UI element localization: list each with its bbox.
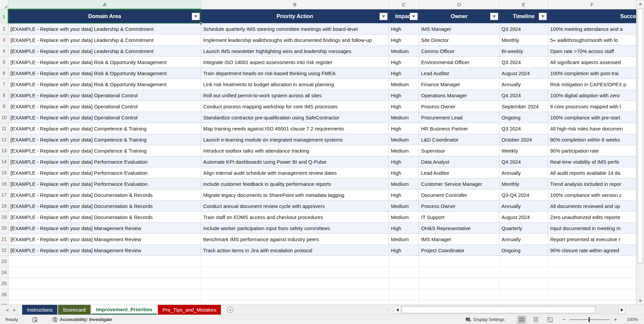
cell-F12[interactable]: 80% completion within 6 weeks	[548, 134, 636, 145]
cell-E8[interactable]: Q4 2024	[500, 90, 548, 101]
cell-F7[interactable]: Risk mitigation in CAPEX/OPEX p	[548, 79, 636, 90]
cell-C2[interactable]: High	[389, 23, 419, 35]
column-letter-B[interactable]: B	[201, 0, 389, 9]
row-number-8[interactable]: 8	[0, 90, 8, 101]
cell-D10[interactable]: Procurement Lead	[419, 112, 500, 123]
page-layout-view-button[interactable]	[531, 315, 541, 324]
cell-C17[interactable]: High	[389, 190, 419, 201]
row-number-18[interactable]: 18	[0, 201, 8, 212]
cell-F20[interactable]: Input documented in meeting m	[548, 223, 636, 234]
cell-C25[interactable]	[389, 278, 419, 289]
cell-A21[interactable]: [EXAMPLE - Replace with your data] Manag…	[8, 234, 201, 245]
cell-B8[interactable]: Roll out unified permit-to-work system a…	[201, 90, 389, 101]
cell-D23[interactable]	[419, 256, 500, 267]
cell-C5[interactable]: High	[389, 57, 419, 68]
cell-A12[interactable]: [EXAMPLE - Replace with your data] Compe…	[8, 134, 201, 145]
row-number-7[interactable]: 7	[0, 79, 8, 90]
cell-A24[interactable]	[8, 267, 201, 278]
cell-D19[interactable]: IT Support	[419, 212, 500, 223]
cell-A10[interactable]: [EXAMPLE - Replace with your data] Opera…	[8, 112, 201, 123]
cell-F23[interactable]	[548, 256, 636, 267]
cell-B11[interactable]: Map training needs against ISO 45001 cla…	[201, 123, 389, 134]
cell-B13[interactable]: Introduce toolbox talks with attendance …	[201, 145, 389, 156]
cell-C24[interactable]	[389, 267, 419, 278]
cell-E2[interactable]: Q3 2024	[500, 23, 548, 35]
cell-B21[interactable]: Benchmark IMS performance against indust…	[201, 234, 389, 245]
cell-C7[interactable]: Medium	[389, 79, 419, 90]
cell-B2[interactable]: Schedule quarterly IMS steering committe…	[201, 23, 389, 35]
cell-E22[interactable]: Ongoing	[500, 245, 548, 256]
cell-B3[interactable]: Implement leadership walkthroughs with d…	[201, 35, 389, 46]
cell-A15[interactable]: [EXAMPLE - Replace with your data] Perfo…	[8, 167, 201, 178]
row-number-25[interactable]: 25	[0, 278, 8, 289]
cell-C20[interactable]: High	[389, 223, 419, 234]
cell-D6[interactable]: Lead Auditor	[419, 68, 500, 79]
scroll-right-button[interactable]	[618, 306, 626, 314]
filter-button-D[interactable]	[490, 13, 498, 20]
cell-C15[interactable]: High	[389, 167, 419, 178]
cell-E10[interactable]: Ongoing	[500, 112, 548, 123]
cell-C22[interactable]: High	[389, 245, 419, 256]
cell-D14[interactable]: Data Analyst	[419, 156, 500, 167]
cell-B20[interactable]: Include worker participation input from …	[201, 223, 389, 234]
cell-F5[interactable]: All significant aspects assessed	[548, 57, 636, 68]
cell-A8[interactable]: [EXAMPLE - Replace with your data] Opera…	[8, 90, 201, 101]
cell-B19[interactable]: Train staff on EDMS access and checkout …	[201, 212, 389, 223]
cell-E26[interactable]	[500, 289, 548, 300]
cell-F8[interactable]: 100% digital adoption with zero	[548, 90, 636, 101]
cell-D26[interactable]	[419, 289, 500, 300]
cell-F13[interactable]: 90% participation rate	[548, 145, 636, 156]
cell-E5[interactable]: Q3 2024	[500, 57, 548, 68]
cell-F16[interactable]: Trend analysis included in repor	[548, 178, 636, 190]
cell-E12[interactable]: October 2024	[500, 134, 548, 145]
macro-record-button[interactable]	[32, 317, 38, 322]
cell-F6[interactable]: 100% completion with post-trai	[548, 68, 636, 79]
row-number-14[interactable]: 14	[0, 156, 8, 167]
column-letter-C[interactable]: C	[389, 0, 419, 9]
cell-E20[interactable]: Quarterly	[500, 223, 548, 234]
cell-C27[interactable]	[389, 300, 419, 305]
cell-A2[interactable]: [EXAMPLE - Replace with your data] Leade…	[8, 23, 201, 35]
cell-A5[interactable]: [EXAMPLE - Replace with your data] Risk …	[8, 57, 201, 68]
header-cell-C1[interactable]: Impact	[389, 9, 419, 23]
scroll-down-button[interactable]	[637, 297, 644, 305]
row-number-15[interactable]: 15	[0, 167, 8, 178]
cell-E19[interactable]: August 2024	[500, 212, 548, 223]
cell-F25[interactable]	[548, 278, 636, 289]
row-number-9[interactable]: 9	[0, 101, 8, 112]
cell-C16[interactable]: Medium	[389, 178, 419, 190]
cell-D27[interactable]	[419, 300, 500, 305]
cell-D8[interactable]: Operations Manager	[419, 90, 500, 101]
new-sheet-button[interactable]: +	[227, 305, 233, 315]
display-settings-button[interactable]: Display Settings	[465, 317, 505, 322]
cell-A25[interactable]	[8, 278, 201, 289]
cell-A16[interactable]: [EXAMPLE - Replace with your data] Perfo…	[8, 178, 201, 190]
cell-B16[interactable]: Include customer feedback in quality per…	[201, 178, 389, 190]
cell-E21[interactable]: Annually	[500, 234, 548, 245]
cell-F9[interactable]: 8 core processes mapped with l	[548, 101, 636, 112]
cell-F15[interactable]: All audit reports available 14 da	[548, 167, 636, 178]
cell-F2[interactable]: 100% meeting attendance and a	[548, 23, 636, 35]
cell-E18[interactable]: Annually	[500, 201, 548, 212]
cell-D18[interactable]: Process Owner	[419, 201, 500, 212]
cell-E27[interactable]	[500, 300, 548, 305]
cell-D9[interactable]: Process Owner	[419, 101, 500, 112]
filter-button-B[interactable]	[379, 13, 388, 20]
row-number-13[interactable]: 13	[0, 145, 8, 156]
cell-D13[interactable]: Supervisor	[419, 145, 500, 156]
cell-E3[interactable]: Monthly	[500, 35, 548, 46]
row-number-23[interactable]: 23	[0, 256, 8, 267]
cell-D12[interactable]: L&D Coordinator	[419, 134, 500, 145]
cell-D20[interactable]: OH&S Representative	[419, 223, 500, 234]
scroll-left-button[interactable]	[394, 306, 401, 314]
cell-D25[interactable]	[419, 278, 500, 289]
scroll-up-button[interactable]	[637, 0, 644, 7]
cell-C10[interactable]: Medium	[389, 112, 419, 123]
cell-A27[interactable]	[8, 300, 201, 305]
filter-button-C[interactable]	[410, 13, 418, 20]
cell-E15[interactable]: Annually	[500, 167, 548, 178]
cell-B22[interactable]: Track action items in Jira with escalati…	[201, 245, 389, 256]
row-number-22[interactable]: 22	[0, 245, 8, 256]
cell-E7[interactable]: Annually	[500, 79, 548, 90]
tab-improvement-priorities[interactable]: Improvement_Priorities	[91, 305, 158, 315]
